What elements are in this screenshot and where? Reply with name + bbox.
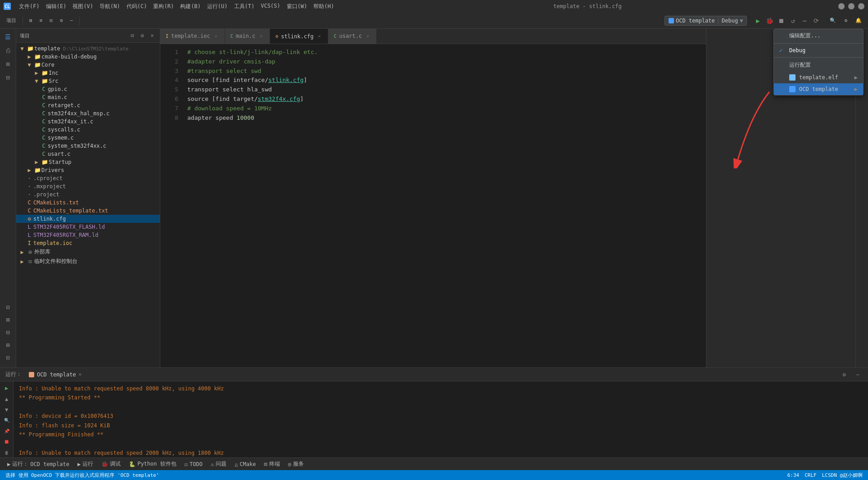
terminal-pin-btn[interactable]: 📌 bbox=[1, 426, 12, 436]
tree-item-retarget[interactable]: C retarget.c bbox=[16, 101, 160, 109]
sidebar-icon-project[interactable]: ☰ bbox=[2, 31, 14, 43]
menu-nav[interactable]: 导航(N) bbox=[97, 2, 123, 11]
menu-code[interactable]: 代码(C) bbox=[124, 2, 150, 11]
menu-build[interactable]: 构建(B) bbox=[177, 2, 203, 11]
maximize-btn[interactable] bbox=[848, 3, 854, 9]
tree-item-temp[interactable]: ▶ ⊡ 临时文件和控制台 bbox=[16, 257, 160, 266]
terminal-trash-btn[interactable]: 🗑 bbox=[1, 448, 12, 457]
tree-item-cmakelists-tmpl[interactable]: C CMakeLists_template.txt bbox=[16, 207, 160, 215]
run-config-button[interactable]: OCD template | Debug ▼ bbox=[665, 16, 747, 26]
tree-item-startup[interactable]: ▶ 📁 Startup bbox=[16, 158, 160, 166]
tree-item-sysmem[interactable]: C sysmem.c bbox=[16, 134, 160, 142]
dropdown-ocd-template[interactable]: OCD template ▶ bbox=[774, 83, 863, 95]
tree-item-src[interactable]: ▼ 📁 Src bbox=[16, 77, 160, 85]
tab-usart-c[interactable]: C usart.c × bbox=[328, 29, 377, 44]
dropdown-edit-config[interactable]: 编辑配置... bbox=[774, 29, 863, 42]
menu-help[interactable]: 帮助(H) bbox=[311, 2, 337, 11]
tab-ioc-close[interactable]: × bbox=[213, 33, 219, 39]
debug-button[interactable]: 🐞 bbox=[764, 15, 775, 26]
tree-item-syscalls[interactable]: C syscalls.c bbox=[16, 126, 160, 134]
tree-item-ioc[interactable]: I template.ioc bbox=[16, 239, 160, 247]
tree-item-system[interactable]: C system_stm32f4xx.c bbox=[16, 142, 160, 150]
toolbar-layout-icon[interactable]: ⊞ bbox=[27, 16, 35, 25]
menu-run[interactable]: 运行(U) bbox=[204, 2, 231, 11]
terminal-up-btn[interactable]: ▲ bbox=[1, 394, 12, 404]
terminal-stop-btn[interactable]: ⏹ bbox=[1, 437, 12, 447]
terminal-settings-icon[interactable]: ⚙ bbox=[839, 370, 849, 380]
terminal-run-btn[interactable]: ▶ bbox=[1, 383, 12, 393]
terminal-btn[interactable]: ⊡ 终端 bbox=[260, 459, 283, 469]
terminal-tab-ocd[interactable]: OCD template × bbox=[25, 370, 85, 380]
menu-file[interactable]: 文件(F) bbox=[16, 2, 42, 11]
menu-edit[interactable]: 编辑(E) bbox=[43, 2, 69, 11]
minimize-btn[interactable] bbox=[838, 3, 845, 9]
tab-main-close[interactable]: × bbox=[258, 33, 264, 39]
debug-bottom-btn[interactable]: 🐞 调试 bbox=[98, 459, 124, 469]
tree-item-external[interactable]: ▶ ⊞ 外部库 bbox=[16, 247, 160, 257]
tree-item-drivers[interactable]: ▶ 📁 Drivers bbox=[16, 166, 160, 174]
sidebar-icon-bottom5[interactable]: ⊡ bbox=[2, 351, 14, 364]
tab-stlink-cfg[interactable]: ⚙ stlink.cfg × bbox=[270, 29, 328, 44]
terminal-search-btn[interactable]: 🔍 bbox=[1, 416, 12, 426]
close-btn[interactable] bbox=[858, 3, 864, 9]
menu-refactor[interactable]: 重构(R) bbox=[150, 2, 176, 11]
tab-main-c[interactable]: C main.c × bbox=[225, 29, 270, 44]
tree-item-cproject[interactable]: · .cproject bbox=[16, 174, 160, 182]
toolbar-align-icon[interactable]: ≡ bbox=[37, 16, 45, 25]
code-editor[interactable]: # choose st-link/j-link/dap-link etc. #a… bbox=[182, 44, 706, 367]
collapse-all-icon[interactable]: ⊟ bbox=[128, 32, 136, 40]
toolbar-minus-icon[interactable]: − bbox=[68, 16, 76, 25]
tree-item-inc[interactable]: ▶ 📁 Inc bbox=[16, 69, 160, 77]
toolbar-indent-icon[interactable]: ⊟ bbox=[47, 16, 55, 25]
menu-tools[interactable]: 工具(T) bbox=[231, 2, 258, 11]
tree-item-core[interactable]: ▼ 📁 Core bbox=[16, 61, 160, 69]
sidebar-icon-bottom2[interactable]: ⊠ bbox=[2, 313, 14, 326]
settings-tree-icon[interactable]: ⚙ bbox=[138, 32, 146, 40]
sidebar-icon-bottom4[interactable]: ⊞ bbox=[2, 339, 14, 351]
sidebar-icon-find[interactable]: ⊞ bbox=[2, 58, 14, 70]
tree-item-it[interactable]: C stm32f4xx_it.c bbox=[16, 118, 160, 126]
tree-item-stlink[interactable]: ⚙ stlink.cfg bbox=[16, 215, 160, 223]
tree-item-hal-msp[interactable]: C stm32f4xx_hal_msp.c bbox=[16, 109, 160, 118]
toolbar-settings-icon[interactable]: ⚙ bbox=[57, 16, 66, 25]
menu-view[interactable]: 视图(V) bbox=[70, 2, 96, 11]
tree-item-ram-ld[interactable]: L STM32F405RGTX_RAM.ld bbox=[16, 231, 160, 239]
dropdown-debug-item[interactable]: ✓ Debug bbox=[774, 45, 863, 56]
terminal-down-btn[interactable]: ▼ bbox=[1, 405, 12, 415]
notifications-icon[interactable]: 🔔 bbox=[853, 16, 864, 25]
reload-button[interactable]: ↺ bbox=[787, 15, 798, 26]
tab-stlink-close[interactable]: × bbox=[316, 33, 322, 40]
sidebar-icon-structure[interactable]: ⊟ bbox=[2, 71, 14, 84]
settings-icon[interactable]: ⚙ bbox=[841, 16, 850, 25]
sidebar-icon-bottom3[interactable]: ⊟ bbox=[2, 326, 14, 339]
tree-root[interactable]: ▼ 📁 template D:\ClionSTM32\template bbox=[16, 45, 160, 53]
close-tree-icon[interactable]: × bbox=[148, 32, 156, 40]
tree-item-gpio[interactable]: C gpio.c bbox=[16, 85, 160, 93]
search-icon[interactable]: 🔍 bbox=[827, 16, 839, 25]
stop-button[interactable]: ⏹ bbox=[776, 15, 787, 26]
terminal-tab-close[interactable]: × bbox=[79, 372, 81, 377]
menu-window[interactable]: 窗口(W) bbox=[284, 2, 310, 11]
local-debug-btn[interactable]: ▶ 运行： OCD template bbox=[4, 459, 73, 469]
sidebar-icon-bottom1[interactable]: ⊡ bbox=[2, 301, 14, 313]
tree-item-usart[interactable]: C usart.c bbox=[16, 150, 160, 158]
todo-btn[interactable]: ☑ TODO bbox=[181, 460, 206, 468]
tab-usart-close[interactable]: × bbox=[365, 33, 371, 39]
profile-button[interactable]: ⟳ bbox=[811, 15, 822, 26]
terminal-minimize-icon[interactable]: − bbox=[853, 370, 863, 380]
problems-btn[interactable]: ⚠ 问题 bbox=[207, 459, 230, 469]
cmake-btn[interactable]: △ CMake bbox=[231, 460, 259, 468]
run-button[interactable]: ▶ bbox=[752, 15, 763, 26]
services-btn[interactable]: ◎ 服务 bbox=[285, 459, 307, 469]
dropdown-template-elf[interactable]: template.elf ▶ bbox=[774, 72, 863, 83]
run-bottom-btn[interactable]: ▶ 运行 bbox=[74, 459, 97, 469]
menu-vcs[interactable]: VCS(S) bbox=[258, 2, 283, 11]
more-button[interactable]: ⋯ bbox=[799, 15, 810, 26]
tree-item-flash-ld[interactable]: L STM32F405RGTX_FLASH.ld bbox=[16, 223, 160, 231]
tree-item-project[interactable]: · .project bbox=[16, 190, 160, 199]
tree-item-cmakelists[interactable]: C CMakeLists.txt bbox=[16, 199, 160, 207]
tab-template-ioc[interactable]: I template.ioc × bbox=[160, 29, 225, 44]
tree-item-main[interactable]: C main.c bbox=[16, 93, 160, 101]
tree-item-mxproject[interactable]: · .mxproject bbox=[16, 182, 160, 190]
python-btn[interactable]: 🐍 Python 软件包 bbox=[125, 459, 180, 469]
